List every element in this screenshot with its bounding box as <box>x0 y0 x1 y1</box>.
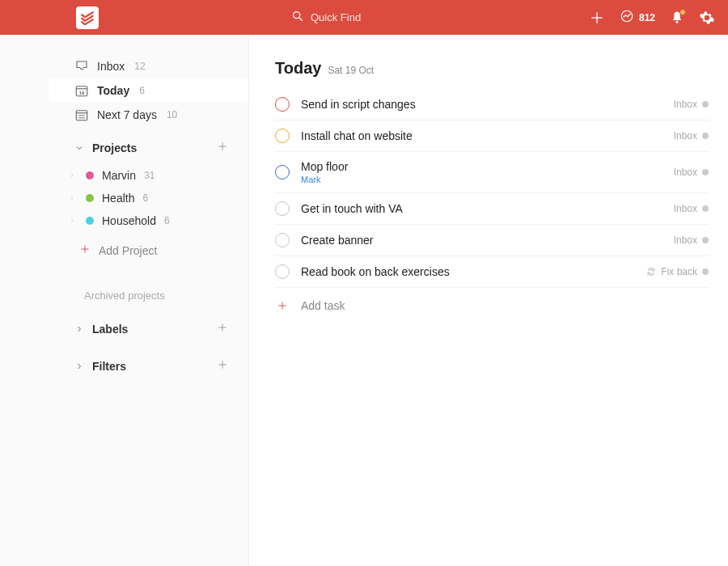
svg-point-5 <box>676 20 679 23</box>
app-logo[interactable] <box>76 6 99 29</box>
project-name: Marvin <box>102 169 136 182</box>
sidebar-project-household[interactable]: Household6 <box>49 209 248 232</box>
labels-label: Labels <box>92 323 216 336</box>
task-checkbox[interactable] <box>275 165 290 180</box>
task-project-link[interactable]: Fix back <box>646 266 709 277</box>
task-checkbox[interactable] <box>275 201 290 216</box>
svg-text:19: 19 <box>79 91 85 95</box>
task-title: Send in script changes <box>301 98 674 111</box>
projects-header[interactable]: Projects <box>49 133 248 163</box>
view-label: Today <box>97 84 129 97</box>
sidebar-view-inbox[interactable]: Inbox12 <box>49 54 248 78</box>
task-checkbox[interactable] <box>275 129 290 143</box>
search-input[interactable] <box>311 11 489 23</box>
task-project-name: Inbox <box>674 99 697 110</box>
sidebar-view-today[interactable]: 19Today6 <box>49 78 248 103</box>
task-project-name: Inbox <box>674 234 697 246</box>
task-row[interactable]: Send in script changesInbox <box>275 89 709 120</box>
task-checkbox[interactable] <box>275 233 290 247</box>
project-color-dot <box>86 217 94 225</box>
recurring-icon <box>646 267 656 277</box>
project-color-dot <box>86 171 94 180</box>
project-color-dot <box>702 133 709 139</box>
chevron-right-icon <box>74 361 87 371</box>
add-task-button[interactable] <box>589 10 605 26</box>
project-name: Household <box>102 214 156 227</box>
page-date: Sat 19 Oct <box>328 65 374 76</box>
task-project-link[interactable]: Inbox <box>674 130 709 142</box>
task-title: Mop floor <box>301 160 674 173</box>
project-count: 6 <box>142 192 148 204</box>
notification-dot-icon <box>679 9 686 15</box>
plus-icon <box>275 300 290 311</box>
labels-header[interactable]: Labels <box>49 315 248 344</box>
calendar-week-icon <box>74 108 89 122</box>
project-name: Health <box>102 192 134 205</box>
settings-button[interactable] <box>699 10 715 26</box>
task-project-link[interactable]: Inbox <box>674 234 709 246</box>
chevron-right-icon <box>68 194 78 202</box>
project-color-dot <box>702 169 709 175</box>
task-title: Install chat on website <box>301 129 674 142</box>
task-checkbox[interactable] <box>275 97 290 112</box>
task-row[interactable]: Get in touch with VAInbox <box>275 193 709 225</box>
task-project-name: Inbox <box>674 130 697 142</box>
project-color-dot <box>702 237 709 243</box>
task-title: Get in touch with VA <box>301 202 674 215</box>
task-project-link[interactable]: Inbox <box>674 167 709 178</box>
notifications-button[interactable] <box>670 11 684 25</box>
sidebar-project-health[interactable]: Health6 <box>49 187 248 209</box>
task-checkbox[interactable] <box>275 264 290 279</box>
task-row[interactable]: Mop floorMarkInbox <box>275 152 709 193</box>
view-count: 10 <box>167 109 177 120</box>
page-title: Today <box>275 59 321 78</box>
task-title: Create banner <box>301 234 674 247</box>
add-filter-button[interactable] <box>216 358 229 374</box>
task-row[interactable]: Read book on back exercisesFix back <box>275 256 709 288</box>
chevron-right-icon <box>68 171 78 180</box>
chevron-right-icon <box>74 324 87 334</box>
search-icon <box>291 10 304 26</box>
projects-label: Projects <box>92 142 216 154</box>
add-project-icon-button[interactable] <box>216 140 229 156</box>
filters-label: Filters <box>92 360 216 373</box>
add-project-label: Add Project <box>99 244 157 257</box>
sidebar: Inbox1219Today6Next 7 days10 Projects Ma… <box>0 35 249 566</box>
plus-icon <box>79 243 91 257</box>
karma-icon <box>620 9 634 26</box>
task-project-name: Inbox <box>674 203 697 214</box>
task-project-link[interactable]: Inbox <box>674 203 709 214</box>
archived-projects-link[interactable]: Archived projects <box>49 283 248 308</box>
svg-line-1 <box>299 18 302 20</box>
project-color-dot <box>702 101 709 108</box>
main-content: Today Sat 19 Oct Send in script changesI… <box>249 35 728 566</box>
project-color-dot <box>702 205 709 212</box>
task-row[interactable]: Create bannerInbox <box>275 225 709 256</box>
karma-button[interactable]: 812 <box>620 9 655 26</box>
task-title: Read book on back exercises <box>301 265 646 278</box>
view-header: Today Sat 19 Oct <box>275 59 709 78</box>
task-project-name: Inbox <box>674 167 697 178</box>
add-task-button[interactable]: Add task <box>275 288 709 323</box>
add-label-button[interactable] <box>216 321 229 337</box>
calendar-day-icon: 19 <box>74 83 89 98</box>
karma-count: 812 <box>639 12 655 23</box>
view-count: 6 <box>139 85 145 96</box>
sidebar-view-next-7-days[interactable]: Next 7 days10 <box>49 103 248 127</box>
project-count: 31 <box>144 170 154 181</box>
view-label: Inbox <box>97 60 125 73</box>
chevron-down-icon <box>74 143 87 153</box>
add-project-button[interactable]: Add Project <box>49 237 248 264</box>
add-task-label: Add task <box>301 299 345 312</box>
view-count: 12 <box>134 61 145 72</box>
filters-header[interactable]: Filters <box>49 352 248 381</box>
task-assignee: Mark <box>301 175 674 184</box>
task-project-link[interactable]: Inbox <box>674 99 709 110</box>
task-row[interactable]: Install chat on websiteInbox <box>275 120 709 152</box>
task-project-name: Fix back <box>661 266 697 277</box>
search-box[interactable] <box>291 10 489 26</box>
sidebar-project-marvin[interactable]: Marvin31 <box>49 164 248 187</box>
project-color-dot <box>702 268 709 275</box>
project-color-dot <box>86 194 94 202</box>
inbox-icon <box>74 59 89 74</box>
